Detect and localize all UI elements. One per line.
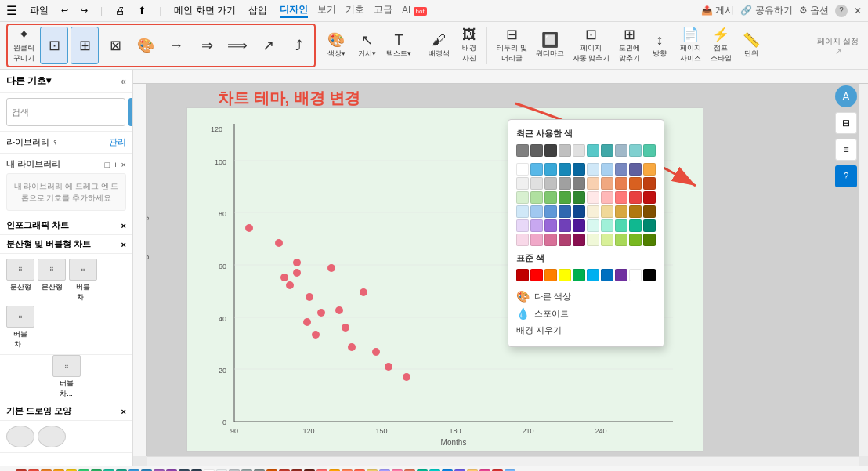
border-header-btn[interactable]: ⊟ 테두리 및머리글: [494, 27, 530, 64]
tab-design[interactable]: 디자인: [280, 3, 308, 18]
color-cell[interactable]: [559, 191, 571, 204]
shape1-btn[interactable]: ⊡: [40, 27, 68, 64]
color-cell[interactable]: [615, 191, 627, 204]
my-library-add2-btn[interactable]: +: [113, 160, 118, 169]
color-cell[interactable]: [559, 163, 571, 176]
color-cell[interactable]: [601, 144, 613, 157]
color-cell[interactable]: [629, 205, 642, 218]
options-btn[interactable]: ⚙ 옵션: [799, 4, 829, 17]
color-cell[interactable]: [643, 234, 656, 246]
color-cell[interactable]: [587, 234, 599, 246]
color-cell[interactable]: [573, 234, 585, 246]
color-cell[interactable]: [629, 219, 642, 232]
page-settings-expand[interactable]: ↗: [817, 47, 859, 56]
help-btn[interactable]: ?: [835, 5, 848, 17]
color-cell[interactable]: [530, 234, 543, 246]
color-cell[interactable]: [516, 163, 529, 176]
color-cell[interactable]: [544, 163, 557, 176]
panel-icon1[interactable]: ⊟: [835, 112, 857, 134]
color-cell[interactable]: [629, 144, 642, 157]
color-cell[interactable]: [629, 177, 642, 190]
color-cell[interactable]: [530, 177, 543, 190]
color-cell[interactable]: [530, 219, 543, 232]
shape3-btn[interactable]: ⊠: [101, 27, 129, 64]
color-cell[interactable]: [573, 177, 585, 190]
manage-label[interactable]: 관리: [109, 136, 126, 148]
color-cell[interactable]: [559, 177, 571, 190]
color-cell[interactable]: [516, 144, 529, 157]
color-cell[interactable]: [615, 144, 627, 157]
standard-color-cell[interactable]: [629, 269, 642, 281]
canvas-content[interactable]: 차트 테마, 배경 변경 Percentage Surviving: [147, 84, 859, 456]
my-library-add-btn[interactable]: □: [104, 160, 110, 169]
thumb-bubble2[interactable]: ⠶ 버블 차...: [6, 306, 34, 350]
watermark-btn[interactable]: 🔲 워터마크: [533, 27, 567, 64]
color-cell[interactable]: [615, 177, 627, 190]
menu-share2[interactable]: ⬆: [138, 5, 146, 16]
more-colors-action[interactable]: 🎨 다른 색상: [516, 288, 656, 305]
bg-color-btn[interactable]: 🖌 배경색: [425, 27, 453, 64]
color-cell[interactable]: [573, 205, 585, 218]
color-cell[interactable]: [530, 205, 543, 218]
menu-edit[interactable]: ↩: [61, 5, 68, 16]
color-cell[interactable]: [643, 219, 656, 232]
clear-bg-action[interactable]: 배경 지우기: [516, 322, 656, 339]
color-cell[interactable]: [643, 177, 656, 190]
color-cell[interactable]: [587, 219, 599, 232]
tab-ai[interactable]: AI hot: [402, 5, 427, 17]
color-cell[interactable]: [530, 191, 543, 204]
color-cell[interactable]: [643, 163, 656, 176]
color-cell[interactable]: [601, 191, 613, 204]
menu-file[interactable]: 파일: [30, 4, 49, 17]
bg-photo-btn[interactable]: 🖼 배경사진: [455, 27, 483, 64]
color-cell[interactable]: [601, 177, 613, 190]
infographic-close-icon[interactable]: ×: [121, 221, 126, 230]
post-btn[interactable]: 📤 게시: [701, 4, 734, 17]
tab-view[interactable]: 보기: [317, 3, 336, 18]
sidebar-collapse-btn[interactable]: «: [121, 76, 126, 87]
color-cell[interactable]: [544, 177, 557, 190]
sidebar-title[interactable]: 다른 기호▾: [6, 74, 51, 88]
color-cell[interactable]: [629, 191, 642, 204]
color-cell[interactable]: [516, 219, 529, 232]
color-cell[interactable]: [573, 163, 585, 176]
scrollbar-vertical[interactable]: [859, 84, 868, 456]
standard-color-cell[interactable]: [530, 269, 543, 281]
color-cell[interactable]: [587, 163, 599, 176]
color-cell[interactable]: [530, 163, 543, 176]
page-auto-btn[interactable]: ⊡ 페이지자동 맞추기: [570, 27, 613, 64]
thumb-bubble1[interactable]: ⠶ 버블 차...: [69, 259, 97, 303]
standard-color-cell[interactable]: [615, 269, 627, 281]
thumb-bubble3[interactable]: ⠶ 버블 차...: [52, 355, 81, 399]
color-cell[interactable]: [516, 191, 529, 204]
one-click-decor-btn[interactable]: ✦ 원클릭꾸미기: [9, 27, 38, 64]
close-btn[interactable]: ✕: [854, 5, 862, 16]
menu-item-main[interactable]: 메인 화면 가기: [174, 4, 236, 17]
color-cell[interactable]: [516, 205, 529, 218]
drawing-category[interactable]: 기본 드로잉 모양 ×: [0, 402, 132, 421]
fit-drawing-btn[interactable]: ⊞ 도면에맞추기: [615, 27, 643, 64]
direction-btn[interactable]: ↕ 방향: [646, 27, 674, 64]
infographic-category[interactable]: 인포그래픽 차트 ×: [0, 216, 132, 235]
panel-icon3[interactable]: ?: [835, 165, 857, 187]
color-cell[interactable]: [643, 205, 656, 218]
color-cell[interactable]: [643, 191, 656, 204]
color-cell[interactable]: [615, 205, 627, 218]
arrow1-btn[interactable]: →: [162, 27, 190, 64]
search-input[interactable]: [6, 98, 125, 126]
arrow4-btn[interactable]: ↗: [254, 27, 282, 64]
color-cell[interactable]: [573, 219, 585, 232]
colorset-btn[interactable]: 🎨: [132, 27, 160, 64]
color-cell[interactable]: [615, 163, 627, 176]
color-cell[interactable]: [544, 205, 557, 218]
page-size-btn[interactable]: 📄 페이지사이즈: [676, 27, 704, 64]
color-cell[interactable]: [544, 191, 557, 204]
color-cell[interactable]: [544, 219, 557, 232]
tab-symbol[interactable]: 기호: [345, 3, 364, 18]
color-cell[interactable]: [615, 219, 627, 232]
unit-btn[interactable]: 📏 단위: [737, 27, 765, 64]
color-cell[interactable]: [573, 191, 585, 204]
color-cell[interactable]: [601, 163, 613, 176]
menu-item-insert[interactable]: 삽입: [248, 4, 267, 17]
share-btn[interactable]: 🔗 공유하기: [740, 4, 792, 17]
